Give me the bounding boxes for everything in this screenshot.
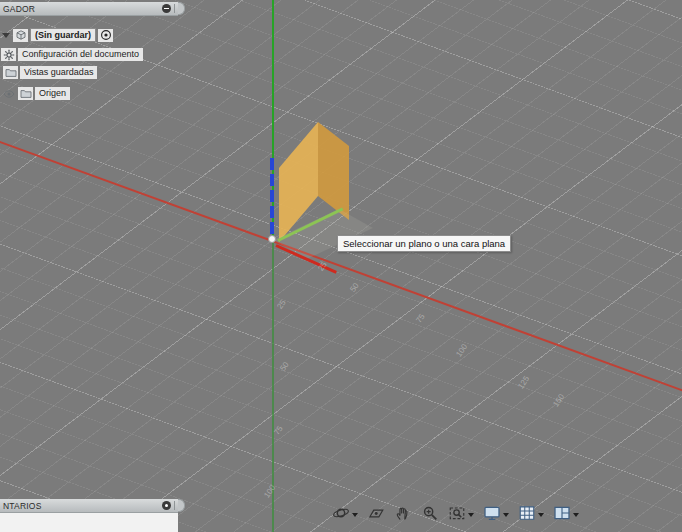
display-settings-icon <box>483 504 501 522</box>
zoom-icon <box>421 504 439 522</box>
panel-header-divider <box>174 4 175 13</box>
chevron-down-icon[interactable] <box>573 513 579 517</box>
chevron-down-icon[interactable] <box>503 513 509 517</box>
look-at-icon <box>367 504 385 522</box>
pan-hand-icon <box>394 504 412 522</box>
folder-icon <box>5 67 17 79</box>
eye-icon <box>3 88 15 100</box>
document-record-toggle[interactable] <box>98 29 113 42</box>
navigation-toolbar <box>331 503 580 523</box>
origin-point[interactable] <box>268 235 276 243</box>
chevron-down-icon[interactable] <box>2 33 10 38</box>
gear-icon <box>3 49 15 61</box>
selection-tooltip: Seleccionar un plano o una cara plana <box>337 235 511 252</box>
grid-icon <box>518 504 536 522</box>
panel-header-divider <box>174 501 175 510</box>
zoom-window-icon <box>448 504 466 522</box>
comments-panel-header[interactable]: NTARIOS <box>0 499 178 513</box>
chevron-down-icon[interactable] <box>352 513 358 517</box>
document-settings-label[interactable]: Configuración del documento <box>18 48 143 61</box>
origin-planes <box>0 0 682 532</box>
chevron-down-icon[interactable] <box>538 513 544 517</box>
settings-icon-box[interactable] <box>1 48 16 61</box>
chevron-down-icon[interactable] <box>468 513 474 517</box>
browser-item-document-root[interactable]: (Sin guardar) <box>1 28 113 42</box>
fusion-design-viewport: 25 50 75 100 125 150 25 50 75 100 Selecc… <box>0 0 682 532</box>
zoom-window-button[interactable] <box>447 503 475 523</box>
document-name-label[interactable]: (Sin guardar) <box>30 28 96 42</box>
cube-icon <box>15 29 27 41</box>
browser-item-origin[interactable]: Origen <box>1 87 70 100</box>
look-at-button[interactable] <box>366 503 386 523</box>
dot-icon <box>165 504 168 507</box>
saved-views-label[interactable]: Vistas guardadas <box>20 66 97 79</box>
browser-collapse-button[interactable] <box>162 4 171 13</box>
viewports-icon <box>553 504 571 522</box>
orbit-icon <box>332 504 350 522</box>
browser-item-saved-views[interactable]: Vistas guardadas <box>3 66 97 79</box>
minus-icon <box>164 8 169 9</box>
viewports-button[interactable] <box>552 503 580 523</box>
origin-visibility-toggle[interactable] <box>1 87 16 100</box>
comments-panel-body <box>0 513 178 532</box>
document-icon-box[interactable] <box>13 29 28 42</box>
origin-label[interactable]: Origen <box>35 87 70 100</box>
grid-and-snaps-button[interactable] <box>517 503 545 523</box>
orbit-button[interactable] <box>331 503 359 523</box>
display-settings-button[interactable] <box>482 503 510 523</box>
z-axis-segment[interactable] <box>270 158 274 234</box>
folder-icon <box>20 88 32 100</box>
comments-panel-title: NTARIOS <box>0 501 162 511</box>
browser-item-document-settings[interactable]: Configuración del documento <box>1 48 143 61</box>
zoom-button[interactable] <box>420 503 440 523</box>
browser-panel-header[interactable]: GADOR <box>0 2 178 16</box>
origin-folder-icon-box[interactable] <box>18 87 33 100</box>
browser-panel-title: GADOR <box>0 4 162 14</box>
origin-plane-right-face[interactable] <box>318 122 349 220</box>
comments-collapse-button[interactable] <box>162 501 171 510</box>
pan-button[interactable] <box>393 503 413 523</box>
saved-views-icon-box[interactable] <box>3 66 18 79</box>
circle-dot-icon <box>100 29 112 41</box>
